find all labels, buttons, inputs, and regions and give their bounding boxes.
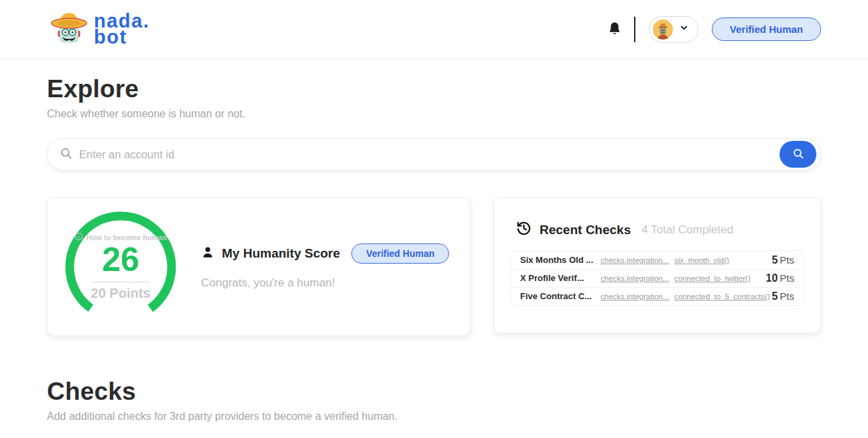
method-link[interactable]: connected_to_5_contracts(): [674, 292, 771, 300]
check-name: Five Contract C...: [520, 291, 598, 302]
nadabot-logo[interactable]: nada. bot: [50, 11, 149, 48]
recent-checks-card: Recent Checks 4 Total Completed Six Mont…: [493, 197, 821, 333]
app-header: nada. bot: [0, 0, 868, 59]
table-row: X Profile Verif... checks.integration...…: [511, 269, 804, 287]
dashboard-cards: How to become human 26 20 Points My Huma…: [47, 197, 821, 336]
checks-subtitle: Add additional checks for 3rd party prov…: [47, 410, 821, 423]
account-menu[interactable]: [649, 16, 698, 43]
person-icon: [201, 245, 214, 262]
header-actions: Verified Human: [609, 16, 821, 43]
total-completed-label: 4 Total Completed: [641, 223, 733, 237]
check-name: Six Months Old ...: [520, 255, 598, 266]
history-icon: [516, 221, 532, 239]
sombrero-robot-icon: [50, 11, 88, 48]
humanity-score-card: How to become human 26 20 Points My Huma…: [47, 197, 471, 336]
score-title-row: My Humanity Score Verified Human: [201, 243, 449, 264]
points-label: 20 Points: [91, 286, 151, 301]
humanity-score-value: 26: [102, 242, 139, 278]
bell-icon: [609, 21, 621, 38]
score-gauge: How to become human 26 20 Points: [64, 211, 177, 323]
explore-section: Explore Check whether someone is human o…: [47, 75, 821, 170]
contract-link[interactable]: checks.integration...: [601, 292, 670, 300]
search-icon: [60, 147, 72, 162]
how-to-become-human-label: How to become human: [86, 233, 167, 241]
logo-line2: bot: [94, 30, 149, 46]
verified-human-badge: Verified Human: [351, 243, 449, 264]
table-row: Five Contract C... checks.integration...…: [511, 287, 804, 305]
method-link[interactable]: six_month_old(): [674, 256, 771, 264]
method-link[interactable]: connected_to_twitter(): [674, 274, 766, 282]
chevron-down-icon: [679, 23, 689, 36]
table-row: Six Months Old ... checks.integration...…: [511, 251, 804, 269]
score-info: My Humanity Score Verified Human Congrat…: [201, 243, 449, 290]
recent-checks-header: Recent Checks 4 Total Completed: [510, 221, 804, 239]
gauge-divider: [91, 282, 150, 282]
explore-subtitle: Check whether someone is human or not.: [47, 108, 821, 120]
search-icon: [792, 148, 804, 162]
recent-checks-table: Six Months Old ... checks.integration...…: [510, 250, 804, 306]
search-input[interactable]: [79, 148, 780, 161]
gauge-content: How to become human 26 20 Points: [64, 211, 177, 323]
score-message: Congrats, you're a human!: [201, 276, 449, 290]
info-icon: [74, 232, 83, 242]
account-search-bar: [47, 138, 821, 170]
avatar: [653, 19, 673, 40]
notifications-button[interactable]: [609, 21, 621, 38]
recent-checks-title: Recent Checks: [540, 223, 631, 237]
contract-link[interactable]: checks.integration...: [601, 256, 670, 264]
score-card-title: My Humanity Score: [222, 246, 340, 261]
check-name: X Profile Verif...: [520, 273, 598, 284]
logo-wordmark: nada. bot: [94, 13, 149, 46]
contract-link[interactable]: checks.integration...: [601, 274, 670, 282]
points-value: 10Pts: [766, 272, 794, 284]
checks-section: Checks Add additional checks for 3rd par…: [47, 378, 821, 438]
points-value: 5Pts: [771, 290, 794, 303]
search-button[interactable]: [780, 141, 816, 168]
header-divider: [634, 17, 635, 42]
explore-title: Explore: [47, 75, 821, 103]
checks-title: Checks: [47, 378, 821, 406]
main-content: Explore Check whether someone is human o…: [0, 75, 868, 438]
verified-human-button[interactable]: Verified Human: [712, 17, 821, 41]
points-value: 5Pts: [771, 254, 794, 266]
